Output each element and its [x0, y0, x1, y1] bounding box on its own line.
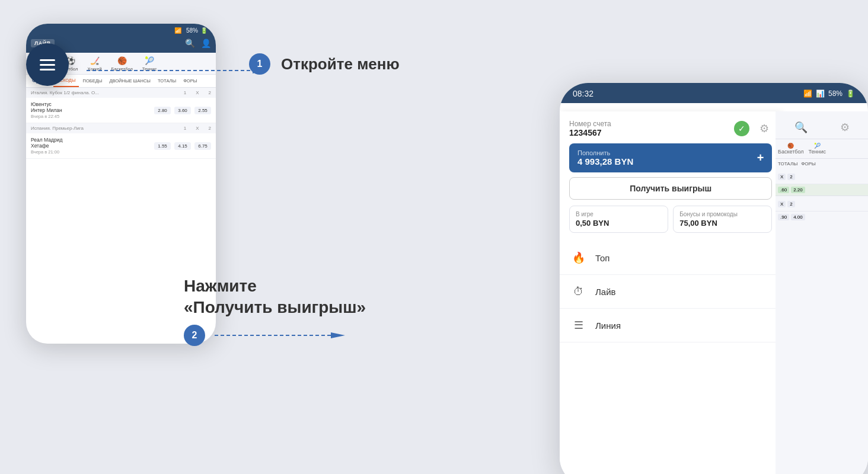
- step1-number: 1: [257, 59, 263, 69]
- settings-icon[interactable]: ⚙: [757, 121, 772, 136]
- match-info-1: Ювентус Интер Милан Вчера в 22:45: [31, 101, 152, 119]
- bonuses-value: 75,00 BYN: [679, 219, 765, 228]
- in-game-card: В игре 0,50 BYN: [569, 206, 668, 233]
- menu-panel: Номер счета 1234567 ✓ ⚙ Пополнить 4 993,…: [560, 111, 781, 474]
- account-icon[interactable]: 👤: [201, 39, 211, 48]
- hamburger-line-2: [40, 64, 55, 66]
- svg-marker-3: [331, 332, 345, 338]
- step2-circle: 2: [184, 325, 205, 346]
- step1-circle: 1: [249, 53, 270, 75]
- right-match-odds-1: X 2: [778, 174, 866, 180]
- step1-annotation: 1 Откройте меню: [249, 53, 400, 75]
- balance-button[interactable]: Пополнить 4 993,28 BYN +: [569, 143, 772, 172]
- r-odd-2-2: 2: [787, 201, 794, 207]
- balance-label: Пополнить: [577, 149, 633, 156]
- time-display: 08:32: [573, 89, 593, 98]
- odd-2-2[interactable]: 6.75: [194, 142, 211, 150]
- account-label: Номер счета: [569, 120, 611, 128]
- battery-icon: 🔋: [200, 27, 208, 34]
- odd-header2-2: 2: [209, 126, 211, 131]
- arrow-2: [215, 328, 345, 342]
- in-game-label: В игре: [576, 211, 662, 217]
- r-odd-400: 4.00: [791, 214, 805, 220]
- menu-header-icons: ✓ ⚙: [734, 121, 772, 136]
- team1-juventus: Ювентус: [31, 101, 52, 107]
- bonuses-label: Бонусы и промокоды: [679, 211, 765, 217]
- bonuses-card: Бонусы и промокоды 75,00 BYN: [673, 206, 772, 233]
- signal2-icon: 📊: [816, 89, 825, 98]
- fory-filter[interactable]: ФОРЫ: [801, 161, 816, 166]
- search-r-icon[interactable]: 🔍: [794, 121, 808, 134]
- section-header-2: Испания. Премьер-Лига 1 X 2: [26, 123, 216, 133]
- right-match-odds-2: X 2: [778, 201, 866, 207]
- match-teams-1: Ювентус Интер Милан: [31, 101, 152, 113]
- get-win-label: Получить выигрыш: [630, 184, 711, 193]
- menu-item-liniya[interactable]: ☰ Линия: [560, 309, 781, 342]
- menu-item-live[interactable]: ⏱ Лайв: [560, 275, 781, 309]
- hamburger-line-3: [40, 69, 55, 71]
- battery-label: 58%: [186, 27, 198, 34]
- r-odd-220: 2.20: [791, 187, 805, 193]
- battery2-icon: 🔋: [846, 89, 855, 98]
- step1-text: Откройте меню: [281, 55, 400, 73]
- tennis-r-label: Теннис: [809, 149, 826, 155]
- balance-info: Пополнить 4 993,28 BYN: [577, 149, 633, 166]
- account-info: Номер счета 1234567: [569, 120, 611, 137]
- odd-header2-x: X: [196, 126, 199, 131]
- right-panel-icons: 🔍 ⚙: [776, 116, 868, 139]
- hamburger-line-1: [40, 59, 55, 61]
- status-right: 📶 📊 58% 🔋: [803, 89, 855, 98]
- match-row-1[interactable]: Ювентус Интер Милан Вчера в 22:45 2.80 3…: [26, 98, 216, 123]
- team2-getafe: Хетафе: [31, 143, 49, 149]
- match-info-2: Реал Мадрид Хетафе Вчера в 21:00: [31, 137, 152, 155]
- menu-item-liniya-label: Линия: [595, 321, 621, 331]
- match-time-2: Вчера в 21:00: [31, 149, 152, 155]
- match-time-1: Вчера в 22:45: [31, 114, 152, 119]
- live-icon: ⏱: [570, 283, 587, 300]
- basketball-r-label: Баскетбол: [778, 149, 804, 155]
- r-odd-190: .90: [778, 214, 789, 220]
- tennis-r-icon: 🎾: [814, 143, 821, 149]
- odd-2-1[interactable]: 1.55: [154, 142, 171, 150]
- odd-header2-1: 1: [184, 126, 186, 131]
- odd-1-2[interactable]: 2.55: [194, 107, 211, 114]
- filter-r-icon[interactable]: ⚙: [840, 121, 850, 134]
- step2-number: 2: [192, 330, 197, 341]
- step2-text-line1: Нажмите: [184, 276, 366, 297]
- totaly-filter[interactable]: ТОТАЛЫ: [778, 161, 797, 166]
- odd-1-x[interactable]: 3.60: [174, 107, 191, 114]
- menu-item-live-label: Лайв: [595, 287, 616, 297]
- step2-text-line2: «Получить выигрыш»: [184, 297, 366, 318]
- menu-item-top-label: Топ: [595, 253, 609, 263]
- phone-2: 08:32 📶 📊 58% 🔋 Номер счета 1234567 ✓ ⚙: [560, 83, 868, 474]
- fire-icon: 🔥: [570, 249, 587, 266]
- get-winnings-button[interactable]: Получить выигрыш: [569, 177, 772, 200]
- r-odd-2-1: 2: [787, 174, 794, 180]
- menu-item-top[interactable]: 🔥 Топ: [560, 241, 781, 275]
- odd-header-2: 2: [209, 90, 211, 95]
- odd-header-x: X: [196, 90, 199, 95]
- wifi2-icon: 📶: [803, 89, 812, 98]
- r-odd-x2: X: [778, 201, 786, 207]
- right-match-2: X 2: [776, 196, 868, 212]
- odd-2-x[interactable]: 4.15: [174, 142, 191, 150]
- basketball-r-icon: 🏀: [787, 143, 794, 149]
- balance-value: 4 993,28 BYN: [577, 156, 633, 166]
- in-game-value: 0,50 BYN: [576, 219, 662, 228]
- menu-account-header: Номер счета 1234567 ✓ ⚙: [560, 111, 781, 143]
- right-panel: 🔍 ⚙ 🏀 Баскетбол 🎾 Теннис ТОТАЛЫ ФОРЫ: [776, 111, 868, 474]
- odd-1-1[interactable]: 2.80: [154, 107, 171, 114]
- match-teams-2: Реал Мадрид Хетафе: [31, 137, 152, 149]
- battery2-label: 58%: [828, 89, 843, 98]
- match-row-2[interactable]: Реал Мадрид Хетафе Вчера в 21:00 1.55 4.…: [26, 133, 216, 159]
- search-icon[interactable]: 🔍: [185, 39, 195, 48]
- menu-button[interactable]: [26, 43, 69, 86]
- right-match-1: X 2: [776, 169, 868, 184]
- status-bar-2: 08:32 📶 📊 58% 🔋: [560, 83, 868, 103]
- info-cards: В игре 0,50 BYN Бонусы и промокоды 75,00…: [569, 206, 772, 233]
- plus-icon: +: [757, 151, 764, 165]
- right-filter-row: ТОТАЛЫ ФОРЫ: [776, 159, 868, 169]
- section-2-text: Испания. Премьер-Лига: [31, 126, 84, 131]
- r-odd-160: .60: [778, 187, 789, 193]
- wifi-icon: 📶: [174, 27, 181, 34]
